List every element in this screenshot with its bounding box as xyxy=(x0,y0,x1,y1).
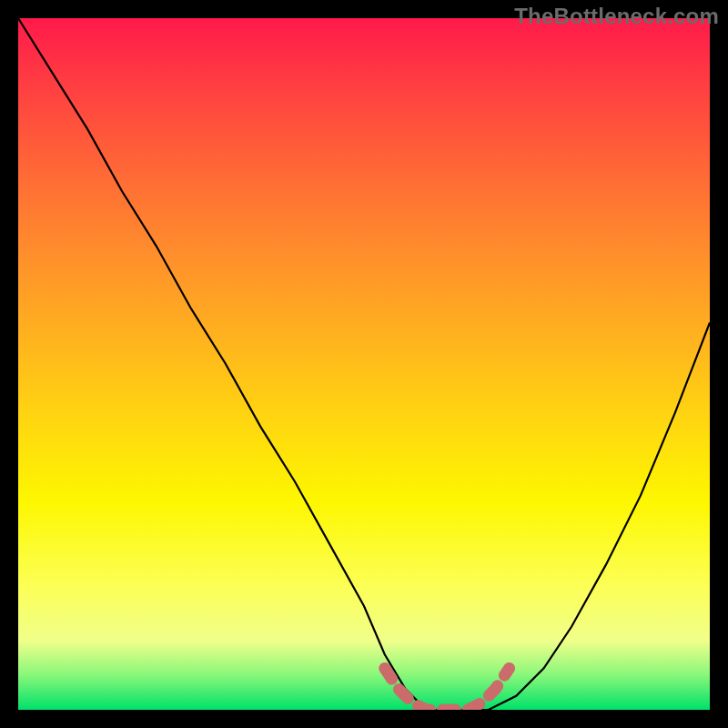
watermark-text: TheBottleneck.com xyxy=(514,4,719,29)
chart-frame: TheBottleneck.com xyxy=(0,0,728,728)
chart-plot-area xyxy=(18,18,710,710)
optimal-range-marker xyxy=(385,668,510,710)
bottleneck-curve-line xyxy=(18,18,710,710)
chart-svg xyxy=(18,18,710,710)
